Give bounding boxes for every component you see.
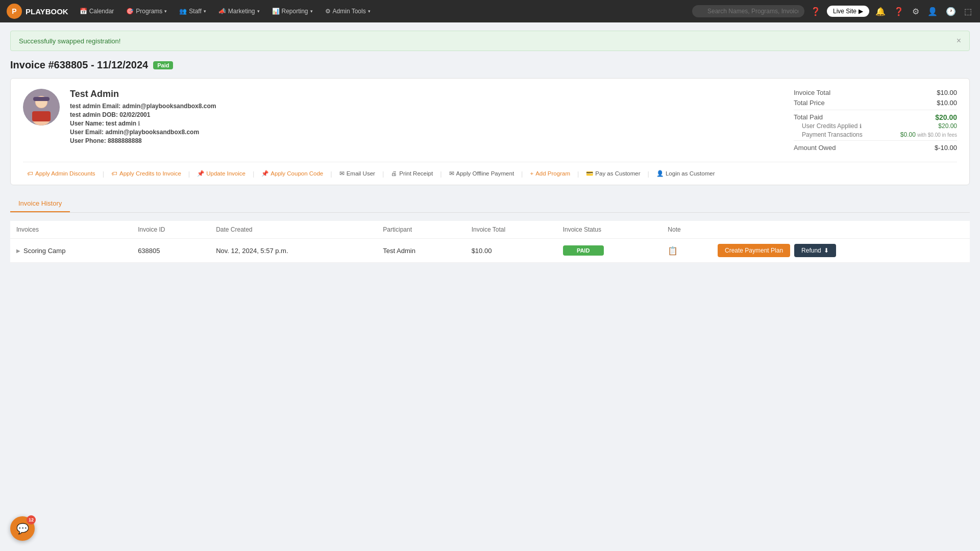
cell-date-created: Nov. 12, 2024, 5:57 p.m. xyxy=(210,239,377,263)
cell-participant: Test Admin xyxy=(377,239,465,263)
email-user-button[interactable]: ✉ Email User xyxy=(335,167,379,180)
svg-text:P: P xyxy=(12,7,16,15)
nav-calendar[interactable]: 📅 Calendar xyxy=(75,5,119,18)
total-paid-label: Total Paid xyxy=(794,113,823,121)
success-banner: Successfully swapped registration! × xyxy=(10,31,970,51)
username-info-icon[interactable]: ℹ xyxy=(138,120,140,127)
nav-staff[interactable]: 👥 Staff ▾ xyxy=(174,5,211,18)
card-icon: 💳 xyxy=(586,170,593,177)
close-banner-button[interactable]: × xyxy=(957,36,961,45)
expand-icon[interactable]: ▶ xyxy=(16,248,20,254)
print-receipt-button[interactable]: 🖨 Print Receipt xyxy=(387,168,437,179)
credits-label: User Credits Applied ℹ xyxy=(802,122,862,130)
create-payment-plan-button[interactable]: Create Payment Plan xyxy=(718,244,790,257)
user-username: User Name: test admin ℹ xyxy=(70,120,783,127)
transactions-row: Payment Transactions $0.00 with $0.00 in… xyxy=(794,131,957,138)
credits-tag-icon: 🏷 xyxy=(111,170,117,177)
invoice-card: Test Admin test admin Email: admin@playb… xyxy=(10,78,970,185)
marketing-icon: 📣 xyxy=(218,8,226,15)
programs-caret: ▾ xyxy=(164,9,167,14)
col-invoice-id: Invoice ID xyxy=(132,221,210,239)
paid-status-badge: Paid xyxy=(153,61,173,69)
bell-icon[interactable]: 🔔 xyxy=(873,5,888,18)
cell-invoice-status: PAID xyxy=(557,239,662,263)
paid-status-badge-table: PAID xyxy=(563,245,604,256)
col-invoice-total: Invoice Total xyxy=(465,221,557,239)
print-icon: 🖨 xyxy=(391,170,397,177)
question-icon[interactable]: ❓ xyxy=(892,5,906,18)
page-title: Invoice #638805 - 11/12/2024 xyxy=(10,59,148,71)
col-invoices: Invoices xyxy=(10,221,132,239)
amount-owed-row: Amount Owed $-10.00 xyxy=(794,140,957,152)
total-paid-value: $20.00 xyxy=(935,113,957,121)
total-price-label: Total Price xyxy=(794,99,825,107)
history-icon[interactable]: 🕐 xyxy=(944,5,958,18)
transactions-label: Payment Transactions xyxy=(802,131,863,138)
invoice-total-label: Invoice Total xyxy=(794,89,830,96)
user-info: Test Admin test admin Email: admin@playb… xyxy=(70,89,783,152)
staff-caret: ▾ xyxy=(204,9,206,14)
marketing-caret: ▾ xyxy=(257,9,260,14)
avatar-wrap xyxy=(23,89,60,152)
tabs-bar: Invoice History xyxy=(10,195,970,213)
admin-caret: ▾ xyxy=(368,9,371,14)
brand-name: PLAYBOOK xyxy=(26,7,68,16)
tab-invoice-history[interactable]: Invoice History xyxy=(10,195,70,212)
amount-owed-label: Amount Owed xyxy=(794,144,836,152)
user-phone: User Phone: 8888888888 xyxy=(70,137,783,144)
invoice-total-row: Invoice Total $10.00 xyxy=(794,89,957,96)
search-wrapper xyxy=(692,5,804,17)
gear-icon[interactable]: ⚙ xyxy=(910,5,921,18)
avatar xyxy=(23,89,60,126)
note-icon[interactable]: 📋 xyxy=(668,246,678,255)
email-icon: ✉ xyxy=(339,170,345,177)
reporting-caret: ▾ xyxy=(310,9,313,14)
invoice-total-value: $10.00 xyxy=(937,89,957,96)
brand-logo[interactable]: P PLAYBOOK xyxy=(6,3,68,19)
reporting-icon: 📊 xyxy=(272,8,280,15)
credits-info-icon[interactable]: ℹ xyxy=(860,123,862,129)
signout-icon[interactable]: ⬚ xyxy=(962,5,974,18)
credits-row: User Credits Applied ℹ $20.00 xyxy=(794,122,957,130)
table-row: ▶ Scoring Camp 638805 Nov. 12, 2024, 5:5… xyxy=(10,239,970,263)
calendar-icon: 📅 xyxy=(80,8,87,15)
table-row-actions: Create Payment Plan Refund ⬇ xyxy=(718,244,964,257)
update-invoice-button[interactable]: 📌 Update Invoice xyxy=(193,167,250,180)
navbar: P PLAYBOOK 📅 Calendar 🎯 Programs ▾ 👥 Sta… xyxy=(0,0,980,22)
refund-button[interactable]: Refund ⬇ xyxy=(794,244,836,257)
user-name: Test Admin xyxy=(70,89,783,99)
col-date-created: Date Created xyxy=(210,221,377,239)
cell-invoice-name: ▶ Scoring Camp xyxy=(10,239,132,263)
nav-admin-tools[interactable]: ⚙ Admin Tools ▾ xyxy=(320,5,376,18)
login-as-customer-button[interactable]: 👤 Login as Customer xyxy=(652,167,719,180)
nav-programs[interactable]: 🎯 Programs ▾ xyxy=(121,5,172,18)
col-invoice-status: Invoice Status xyxy=(557,221,662,239)
col-note: Note xyxy=(662,221,712,239)
download-icon: ⬇ xyxy=(824,247,829,254)
add-program-button[interactable]: + Add Program xyxy=(526,168,574,179)
total-paid-row: Total Paid $20.00 xyxy=(794,113,957,121)
nav-marketing[interactable]: 📣 Marketing ▾ xyxy=(213,5,265,18)
search-input[interactable] xyxy=(692,5,804,17)
user-email-admin: test admin Email: admin@playbooksandbox8… xyxy=(70,103,783,110)
apply-offline-payment-button[interactable]: ✉ Apply Offline Payment xyxy=(445,167,519,180)
pin-icon: 📌 xyxy=(197,170,204,177)
programs-icon: 🎯 xyxy=(126,8,134,15)
nav-reporting[interactable]: 📊 Reporting ▾ xyxy=(267,5,318,18)
live-site-caret-icon: ▶ xyxy=(859,8,863,15)
col-participant: Participant xyxy=(377,221,465,239)
apply-admin-discounts-button[interactable]: 🏷 Apply Admin Discounts xyxy=(23,168,100,179)
coupon-icon: 📌 xyxy=(261,170,268,177)
total-price-row: Total Price $10.00 xyxy=(794,99,957,107)
invoice-table: Invoices Invoice ID Date Created Partici… xyxy=(10,221,970,263)
help-circle-icon[interactable]: ❓ xyxy=(808,5,823,18)
invoice-totals: Invoice Total $10.00 Total Price $10.00 … xyxy=(794,89,957,152)
live-site-button[interactable]: Live Site ▶ xyxy=(827,6,869,17)
apply-coupon-button[interactable]: 📌 Apply Coupon Code xyxy=(257,167,327,180)
success-message: Successfully swapped registration! xyxy=(19,37,120,45)
page-title-row: Invoice #638805 - 11/12/2024 Paid xyxy=(10,59,970,71)
svg-rect-7 xyxy=(33,97,50,101)
pay-as-customer-button[interactable]: 💳 Pay as Customer xyxy=(582,167,644,180)
apply-credits-button[interactable]: 🏷 Apply Credits to Invoice xyxy=(107,168,185,179)
user-add-icon[interactable]: 👤 xyxy=(925,5,940,18)
